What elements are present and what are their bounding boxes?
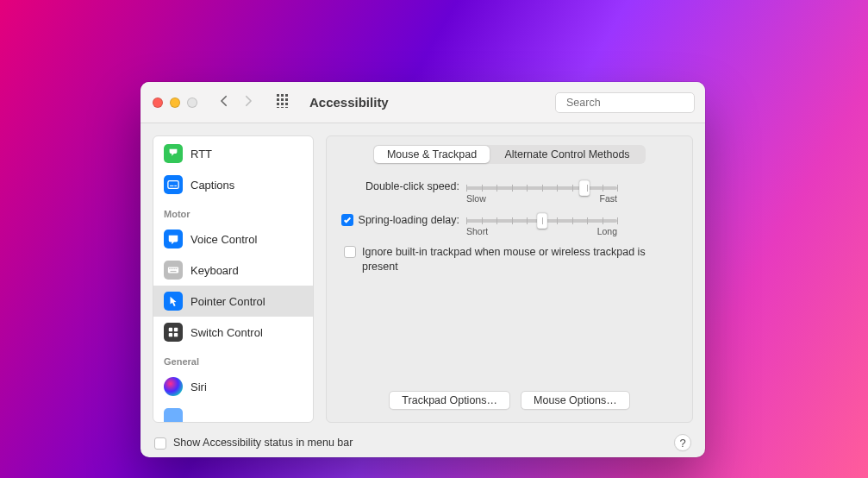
double-click-min-label: Slow (466, 193, 486, 204)
sidebar-item-keyboard[interactable]: Keyboard (153, 255, 313, 286)
svg-rect-24 (169, 328, 172, 331)
tabs: Mouse & Trackpad Alternate Control Metho… (373, 145, 646, 164)
svg-rect-15 (170, 186, 173, 186)
svg-rect-7 (281, 103, 284, 105)
window-controls (153, 97, 197, 108)
sidebar-item-label: RTT (190, 148, 212, 160)
svg-rect-27 (174, 333, 178, 336)
shortcut-icon (164, 408, 183, 423)
svg-rect-18 (169, 268, 170, 269)
svg-rect-21 (174, 268, 175, 269)
siri-icon (164, 377, 183, 396)
svg-rect-17 (168, 267, 178, 274)
svg-rect-4 (281, 98, 284, 101)
sidebar-item-captions[interactable]: Captions (153, 169, 313, 200)
sidebar-item-voice-control[interactable]: Voice Control (153, 223, 313, 255)
back-button[interactable] (218, 95, 230, 110)
svg-rect-10 (281, 107, 284, 108)
svg-rect-14 (168, 181, 178, 189)
spring-loading-delay-slider[interactable] (466, 212, 617, 216)
spring-loading-min-label: Short (466, 226, 488, 236)
sidebar-item-label: Captions (190, 179, 234, 192)
sidebar-item-label: Switch Control (190, 326, 263, 339)
double-click-speed-label: Double-click speed: (337, 179, 466, 192)
svg-rect-23 (171, 271, 177, 272)
spring-loading-label: Spring-loading delay: (359, 214, 459, 226)
svg-rect-25 (174, 328, 178, 331)
sidebar-item-label: Pointer Control (190, 295, 265, 308)
svg-rect-2 (285, 94, 288, 97)
footer: Show Accessibility status in menu bar ? (141, 428, 705, 457)
captions-icon (164, 175, 183, 194)
sidebar-item-label: Voice Control (190, 233, 257, 246)
nav-back-forward (218, 95, 254, 110)
tab-alternate-control[interactable]: Alternate Control Methods (490, 146, 645, 163)
tab-mouse-trackpad[interactable]: Mouse & Trackpad (374, 146, 490, 163)
svg-rect-26 (169, 333, 172, 336)
sidebar[interactable]: RTT Captions Motor Voice Control Keyboar… (153, 135, 314, 423)
svg-rect-16 (174, 186, 177, 186)
window-title: Accessibility (309, 95, 548, 110)
minimize-window-button[interactable] (170, 97, 180, 108)
svg-rect-5 (285, 98, 288, 101)
double-click-speed-slider[interactable] (466, 179, 617, 183)
svg-rect-9 (277, 107, 279, 108)
svg-rect-8 (285, 103, 288, 105)
switch-control-icon (164, 323, 183, 342)
status-menu-bar-label: Show Accessibility status in menu bar (173, 437, 353, 449)
ignore-trackpad-label: Ignore built-in trackpad when mouse or w… (356, 245, 682, 274)
svg-rect-11 (285, 107, 288, 108)
status-menu-bar-checkbox[interactable] (154, 437, 166, 450)
search-field[interactable] (555, 92, 695, 113)
help-button[interactable]: ? (674, 434, 691, 451)
sidebar-item-siri[interactable]: Siri (153, 371, 313, 402)
sidebar-item-label: Siri (190, 381, 207, 393)
zoom-window-button-disabled (187, 97, 197, 108)
row-double-click-speed: Double-click speed: Slow Fast (337, 179, 682, 204)
spring-loading-max-label: Long (597, 226, 617, 236)
titlebar: Accessibility (141, 82, 705, 123)
svg-rect-1 (281, 94, 284, 97)
sidebar-item-pointer-control[interactable]: Pointer Control (153, 286, 313, 317)
content-pane: Mouse & Trackpad Alternate Control Metho… (326, 135, 693, 423)
close-window-button[interactable] (153, 97, 163, 108)
keyboard-icon (164, 261, 183, 280)
sidebar-section-general: General (153, 348, 313, 371)
sidebar-item-cutoff[interactable] (153, 402, 313, 423)
svg-rect-20 (172, 268, 173, 269)
sidebar-item-label: Keyboard (190, 264, 239, 277)
sidebar-section-motor: Motor (153, 200, 313, 223)
svg-rect-3 (277, 98, 279, 101)
ignore-trackpad-checkbox[interactable] (344, 246, 356, 258)
pointer-control-icon (164, 292, 183, 311)
rtt-icon (164, 144, 183, 163)
trackpad-options-button[interactable]: Trackpad Options… (389, 391, 510, 410)
row-ignore-trackpad: Ignore built-in trackpad when mouse or w… (337, 245, 682, 274)
double-click-max-label: Fast (600, 193, 617, 204)
svg-rect-22 (176, 268, 177, 269)
spring-loading-checkbox[interactable] (341, 214, 353, 226)
row-spring-loading-delay: Spring-loading delay: Short Long (337, 212, 682, 236)
svg-rect-0 (277, 94, 279, 97)
voice-control-icon (164, 230, 183, 248)
sidebar-item-rtt[interactable]: RTT (153, 138, 313, 169)
show-all-button[interactable] (277, 94, 290, 111)
svg-rect-6 (277, 103, 279, 105)
preferences-window: Accessibility RTT Captions Motor Voice C… (141, 82, 705, 457)
sidebar-item-switch-control[interactable]: Switch Control (153, 317, 313, 348)
forward-button[interactable] (242, 95, 254, 110)
search-input[interactable] (566, 97, 702, 109)
svg-rect-19 (171, 268, 172, 269)
mouse-options-button[interactable]: Mouse Options… (521, 391, 630, 410)
